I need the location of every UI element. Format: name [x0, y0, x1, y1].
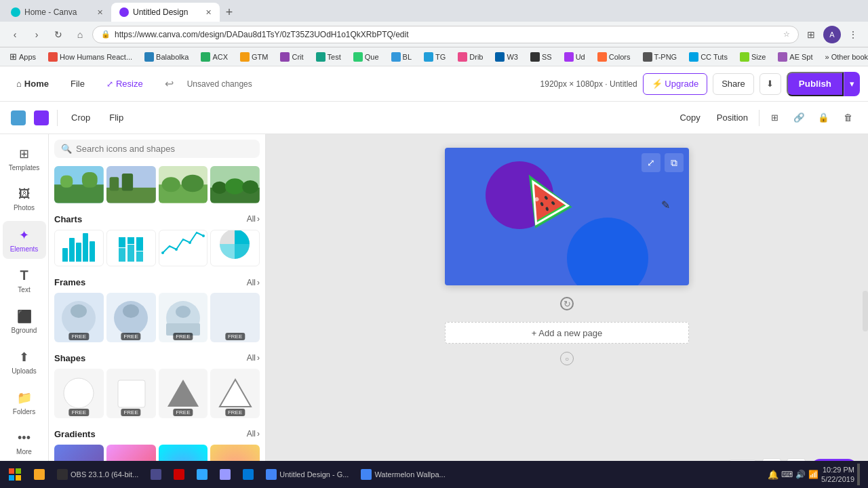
tab-untitled[interactable]: Untitled Design ✕ — [111, 3, 220, 22]
search-input[interactable] — [76, 144, 253, 154]
canvas-expand-button[interactable]: ⤢ — [642, 153, 660, 172]
address-input[interactable] — [115, 30, 779, 39]
bookmark-apps[interactable]: ⊞ Apps — [5, 50, 40, 63]
link-button[interactable]: 🔗 — [789, 108, 808, 127]
grid-icon-button[interactable]: ⊞ — [765, 108, 784, 127]
frame-thumb-2[interactable]: FREE — [106, 293, 156, 342]
sidebar-item-folders[interactable]: 📁 Folders — [3, 384, 46, 422]
sidebar-item-text[interactable]: T Text — [3, 262, 46, 300]
start-button[interactable] — [3, 462, 27, 487]
sidebar-item-background[interactable]: ⬛ Bground — [3, 302, 46, 340]
refresh-button[interactable]: ↻ — [49, 25, 68, 44]
extensions-button[interactable]: ⊞ — [802, 25, 821, 44]
lock-button[interactable]: 🔒 — [814, 108, 833, 127]
taskbar-item-canva-browser[interactable]: Untitled Design - G... — [260, 464, 354, 485]
shape-triangle-outline[interactable]: FREE — [210, 369, 260, 418]
canvas-copy-button[interactable]: ⧉ — [665, 153, 684, 172]
canvas-page[interactable]: ⤢ ⧉ ✎ — [445, 148, 689, 285]
sidebar-item-uploads[interactable]: ⬆ Uploads — [3, 343, 46, 381]
taskbar-item-folder[interactable] — [28, 464, 50, 485]
bookmark-gtm[interactable]: GTM — [236, 51, 272, 63]
bookmark-how-humans[interactable]: How Humans React... — [44, 51, 136, 63]
other-bookmarks[interactable]: » Other bookmarks — [821, 52, 868, 62]
landscape-thumb-4[interactable] — [210, 166, 260, 203]
landscape-thumb-1[interactable] — [54, 166, 104, 203]
gradients-all-link[interactable]: All › — [247, 429, 260, 439]
sidebar-item-more[interactable]: ••• More — [3, 424, 46, 462]
profile-button[interactable]: A — [823, 26, 841, 43]
bookmark-bl[interactable]: BL — [387, 51, 416, 63]
color-swatch-2[interactable] — [34, 110, 49, 125]
bookmark-size[interactable]: Size — [736, 51, 770, 63]
charts-all-link[interactable]: All › — [247, 214, 260, 224]
color-swatch-1[interactable] — [11, 110, 26, 125]
tab-untitled-close[interactable]: ✕ — [205, 8, 212, 17]
bookmark-acx[interactable]: ACX — [197, 51, 232, 63]
bookmark-crit[interactable]: Crit — [276, 51, 307, 63]
resize-button[interactable]: ⤢ Resize — [98, 73, 151, 95]
taskbar-item-acrobat[interactable] — [168, 464, 190, 485]
taskbar-item-obs[interactable]: OBS 23.1.0 (64-bit... — [52, 464, 144, 485]
shape-square[interactable]: FREE — [106, 369, 156, 418]
bookmark-w3[interactable]: W3 — [491, 51, 522, 63]
tab-home-close[interactable]: ✕ — [97, 8, 103, 17]
publish-button[interactable]: Publish — [787, 72, 844, 96]
menu-button[interactable]: ⋮ — [844, 25, 863, 44]
canvas-scroll[interactable]: ⤢ ⧉ ✎ ↻ + Add a new page — [266, 134, 868, 488]
taskbar-item-skype[interactable] — [237, 464, 259, 485]
copy-button[interactable]: Copy — [674, 110, 705, 125]
pie-chart-thumb[interactable] — [210, 230, 260, 267]
bookmark-test[interactable]: Test — [312, 51, 345, 63]
taskbar-item-premiere[interactable] — [214, 464, 236, 485]
position-button[interactable]: Position — [711, 110, 753, 125]
home-button[interactable]: ⌂ Home — [8, 73, 57, 95]
address-bar[interactable]: 🔒 ☆ — [92, 26, 799, 43]
new-tab-button[interactable]: + — [220, 3, 239, 22]
taskbar-item-watermelon[interactable]: Watermelon Wallpa... — [355, 464, 450, 485]
bookmark-balabolka[interactable]: Balabolka — [140, 51, 193, 63]
shape-circle[interactable]: FREE — [54, 369, 104, 418]
bookmark-cctuts[interactable]: CC Tuts — [685, 51, 732, 63]
download-button[interactable]: ⬇ — [760, 73, 781, 95]
landscape-thumb-2[interactable] — [106, 166, 156, 203]
search-box[interactable]: 🔍 — [54, 140, 260, 158]
frames-all-link[interactable]: All › — [247, 278, 260, 287]
add-page-button[interactable]: + Add a new page — [445, 322, 689, 344]
file-button[interactable]: File — [62, 73, 93, 95]
bookmark-que[interactable]: Que — [349, 51, 383, 63]
frame-thumb-4[interactable]: FREE — [210, 293, 260, 342]
frame-thumb-3[interactable]: FREE — [159, 293, 208, 342]
home-button[interactable]: ⌂ — [71, 25, 90, 44]
show-desktop-icon[interactable] — [857, 464, 860, 485]
share-button[interactable]: Share — [713, 73, 754, 95]
tab-home[interactable]: Home - Canva ✕ — [3, 3, 111, 22]
taskbar-clock[interactable]: 10:29 PM 5/22/2019 — [821, 465, 854, 485]
bookmark-drib[interactable]: Drib — [454, 51, 487, 63]
line-chart-thumb[interactable] — [159, 230, 208, 267]
stacked-bar-thumb[interactable] — [106, 230, 156, 267]
delete-button[interactable]: 🗑 — [838, 108, 857, 127]
publish-dropdown-button[interactable]: ▾ — [844, 72, 860, 96]
taskbar-item-davinci[interactable] — [145, 464, 167, 485]
bookmark-tg[interactable]: TG — [420, 51, 450, 63]
shape-triangle-fill[interactable]: FREE — [159, 369, 208, 418]
frame-thumb-1[interactable]: FREE — [54, 293, 104, 342]
bookmark-colors[interactable]: Colors — [593, 51, 635, 63]
bookmark-tpng[interactable]: T-PNG — [639, 51, 682, 63]
sidebar-item-photos[interactable]: 🖼 Photos — [3, 180, 46, 218]
shapes-all-link[interactable]: All › — [247, 353, 260, 363]
crop-button[interactable]: Crop — [66, 110, 96, 125]
undo-button[interactable]: ↩ — [157, 73, 182, 95]
upgrade-button[interactable]: ⚡ Upgrade — [643, 73, 708, 95]
landscape-thumb-3[interactable] — [159, 166, 208, 203]
bookmark-ud[interactable]: Ud — [560, 51, 589, 63]
taskbar-item-lightroom[interactable] — [191, 464, 213, 485]
rotate-handle[interactable]: ↻ — [560, 297, 574, 310]
bookmark-aespt[interactable]: AE Spt — [774, 51, 816, 63]
watermelon-element[interactable] — [506, 165, 587, 246]
forward-button[interactable]: › — [27, 25, 46, 44]
flip-button[interactable]: Flip — [104, 110, 129, 125]
page-indicator[interactable]: ○ — [560, 352, 574, 365]
back-button[interactable]: ‹ — [5, 25, 24, 44]
bookmark-ss[interactable]: SS — [526, 51, 556, 63]
